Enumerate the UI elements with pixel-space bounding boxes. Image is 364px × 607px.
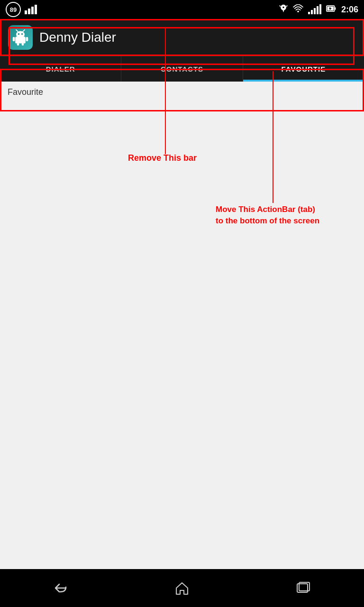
favourite-label: Favourite [8, 87, 43, 97]
status-right: 2:06 [279, 4, 358, 15]
tab-active-indicator [243, 80, 364, 82]
svg-line-8 [16, 30, 18, 32]
svg-line-9 [23, 30, 25, 32]
status-time: 2:06 [341, 5, 358, 15]
annotation-move-bar-text: Move This ActionBar (tab) to the bottom … [216, 204, 319, 227]
tab-dialer[interactable]: DIALER [0, 56, 121, 82]
svg-rect-2 [335, 7, 336, 9]
tab-favourtie[interactable]: FAVOURTIE [243, 56, 364, 82]
notification-badge: 89 [6, 2, 21, 17]
svg-rect-12 [17, 43, 19, 46]
wifi-icon [293, 4, 303, 15]
status-left: 89 [6, 2, 37, 17]
signal-icon [308, 5, 321, 14]
nav-bar [0, 569, 364, 607]
app-bar: Denny Dialer [0, 19, 364, 56]
status-bar: 89 [0, 0, 364, 19]
app-title: Denny Dialer [39, 30, 116, 45]
annotation-remove-bar-text: Remove This bar [128, 153, 197, 163]
svg-point-6 [18, 33, 20, 35]
recents-button[interactable] [289, 576, 318, 600]
back-button[interactable] [46, 576, 75, 600]
tab-contacts[interactable]: CONTACTS [121, 56, 243, 82]
content-area: Favourite [0, 82, 364, 103]
svg-point-7 [21, 33, 23, 35]
app-icon [8, 25, 33, 50]
svg-rect-10 [13, 37, 15, 41]
tab-bar: DIALER CONTACTS FAVOURTIE [0, 56, 364, 82]
svg-rect-11 [26, 37, 28, 41]
battery-icon [326, 4, 337, 15]
svg-rect-13 [22, 43, 24, 46]
menu-icon [25, 5, 37, 14]
home-button[interactable] [168, 576, 196, 600]
alarm-icon [279, 4, 288, 15]
svg-point-5 [16, 31, 25, 38]
svg-point-0 [297, 11, 299, 13]
